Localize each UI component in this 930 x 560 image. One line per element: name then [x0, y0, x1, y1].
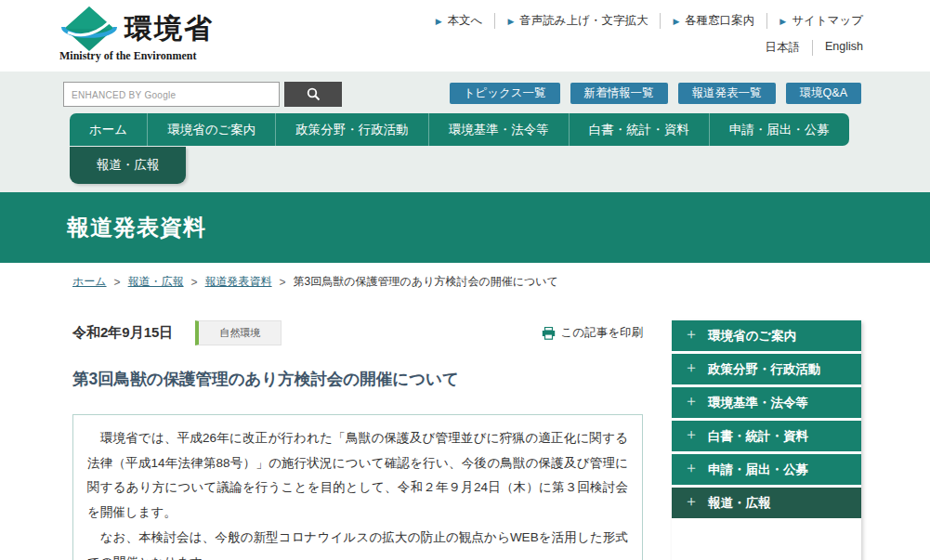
- nav-tab-applications[interactable]: 申請・届出・公募: [709, 113, 849, 146]
- quick-buttons: トピックス一覧 新着情報一覧 報道発表一覧 環境Q&A: [450, 83, 861, 104]
- sidebar-menu: ＋環境省のご案内 ＋政策分野・行政活動 ＋環境基準・法令等 ＋白書・統計・資料 …: [672, 320, 861, 560]
- plus-icon: ＋: [684, 459, 699, 478]
- plus-icon: ＋: [684, 492, 699, 512]
- logo-subtitle: Ministry of the Environment: [59, 49, 214, 63]
- search-area: [63, 82, 342, 107]
- arrow-icon: ▶: [673, 17, 679, 26]
- arrow-icon: ▶: [507, 17, 514, 26]
- link-sitemap[interactable]: ▶サイトマップ: [767, 13, 863, 29]
- search-input[interactable]: [63, 82, 280, 107]
- plus-icon: ＋: [684, 358, 699, 378]
- search-nav-band: トピックス一覧 新着情報一覧 報道発表一覧 環境Q&A ホーム 環境省のご案内 …: [0, 72, 930, 192]
- article-title: 第3回鳥獣の保護管理のあり方検討会の開催について: [72, 368, 643, 390]
- env-qa-button[interactable]: 環境Q&A: [786, 83, 861, 104]
- plus-icon: ＋: [684, 392, 699, 411]
- link-to-main-text[interactable]: ▶本文へ: [424, 13, 496, 29]
- page-title: 報道発表資料: [67, 213, 206, 242]
- arrow-icon: ▶: [436, 17, 442, 26]
- breadcrumb: ホーム > 報道・広報 > 報道発表資料 > 第3回鳥獣の保護管理のあり方検討会…: [72, 274, 930, 290]
- nav-tab-home[interactable]: ホーム: [70, 113, 147, 146]
- topics-list-button[interactable]: トピックス一覧: [450, 83, 560, 104]
- arrow-icon: ▶: [779, 17, 786, 26]
- nav-tab-press[interactable]: 報道・広報: [70, 147, 186, 184]
- sidebar-item-press[interactable]: ＋報道・広報: [672, 488, 861, 518]
- plus-icon: ＋: [684, 425, 699, 445]
- utility-links: ▶本文へ ▶音声読み上げ・文字拡大 ▶各種窓口案内 ▶サイトマップ: [424, 13, 863, 29]
- sidebar-item-about[interactable]: ＋環境省のご案内: [672, 320, 861, 351]
- link-contact-info[interactable]: ▶各種窓口案内: [661, 13, 767, 29]
- category-badge[interactable]: 自然環境: [195, 320, 282, 345]
- link-text-to-speech[interactable]: ▶音声読み上げ・文字拡大: [495, 13, 661, 29]
- article-paragraph: 環境省では、平成26年に改正が行われた「鳥獣の保護及び管理並びに狩猟の適正化に関…: [87, 426, 628, 526]
- article: 令和2年9月15日 自然環境 この記事を印刷 第3回鳥獣の保護管理のあり方検討会…: [72, 320, 643, 560]
- nav-tab-whitepapers[interactable]: 白書・統計・資料: [569, 113, 709, 146]
- print-article-link[interactable]: この記事を印刷: [542, 325, 643, 341]
- main-navigation: ホーム 環境省のご案内 政策分野・行政活動 環境基準・法令等 白書・統計・資料 …: [70, 113, 849, 146]
- article-date: 令和2年9月15日: [72, 324, 173, 342]
- breadcrumb-home[interactable]: ホーム: [72, 274, 107, 290]
- site-header: 環境省 Ministry of the Environment ▶本文へ ▶音声…: [0, 0, 930, 72]
- page-banner: 報道発表資料: [0, 192, 930, 263]
- press-release-list-button[interactable]: 報道発表一覧: [678, 83, 776, 104]
- breadcrumb-separator: >: [114, 276, 121, 289]
- breadcrumb-press-release[interactable]: 報道発表資料: [205, 274, 272, 290]
- search-icon: [307, 87, 321, 101]
- ministry-logo[interactable]: 環境省 Ministry of the Environment: [59, 6, 214, 63]
- sidebar-item-standards[interactable]: ＋環境基準・法令等: [672, 387, 861, 418]
- nav-tab-standards[interactable]: 環境基準・法令等: [428, 113, 569, 146]
- plus-icon: ＋: [684, 325, 699, 345]
- language-links: 日本語 English: [753, 40, 864, 56]
- new-info-list-button[interactable]: 新着情報一覧: [570, 83, 668, 104]
- nav-tab-about[interactable]: 環境省のご案内: [147, 113, 275, 146]
- printer-icon: [542, 327, 556, 340]
- lang-japanese[interactable]: 日本語: [753, 40, 814, 56]
- article-paragraph: なお、本検討会は、今般の新型コロナウイルスの拡大の防止の観点からWEBを活用した…: [87, 526, 628, 560]
- content-area: ホーム > 報道・広報 > 報道発表資料 > 第3回鳥獣の保護管理のあり方検討会…: [0, 274, 930, 560]
- breadcrumb-separator: >: [191, 276, 198, 289]
- sidebar-item-applications[interactable]: ＋申請・届出・公募: [672, 454, 861, 485]
- logo-title: 環境省: [124, 10, 214, 48]
- breadcrumb-press[interactable]: 報道・広報: [128, 274, 184, 290]
- nav-tab-policy[interactable]: 政策分野・行政活動: [275, 113, 428, 146]
- breadcrumb-current: 第3回鳥獣の保護管理のあり方検討会の開催について: [294, 274, 558, 290]
- sidebar-item-policy[interactable]: ＋政策分野・行政活動: [672, 354, 861, 384]
- breadcrumb-separator: >: [280, 276, 286, 289]
- article-body: 環境省では、平成26年に改正が行われた「鳥獣の保護及び管理並びに狩猟の適正化に関…: [72, 414, 643, 560]
- search-button[interactable]: [284, 82, 342, 107]
- sidebar-item-whitepapers[interactable]: ＋白書・統計・資料: [672, 421, 861, 451]
- lang-english[interactable]: English: [813, 40, 863, 56]
- sub-navigation: 報道・広報: [70, 147, 186, 184]
- page: 環境省 Ministry of the Environment ▶本文へ ▶音声…: [0, 0, 930, 560]
- ministry-logo-icon: [59, 6, 119, 52]
